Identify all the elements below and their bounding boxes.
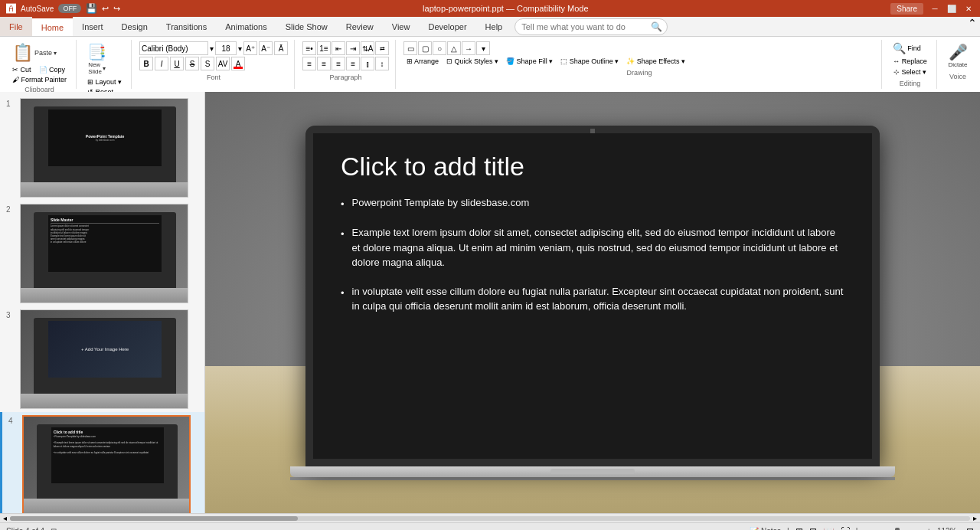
numbering-button[interactable]: 1≡ xyxy=(317,41,331,55)
zoom-in-icon[interactable]: + xyxy=(926,527,931,530)
quick-styles-button[interactable]: ⊡ Quick Styles ▾ xyxy=(443,57,501,66)
voice-label: Voice xyxy=(949,71,966,80)
decrease-indent-button[interactable]: ⇤ xyxy=(332,41,345,55)
tab-file[interactable]: File xyxy=(0,17,32,36)
shape-fill-button[interactable]: 🪣 Shape Fill ▾ xyxy=(503,57,556,66)
font-color-button[interactable]: A xyxy=(231,57,245,70)
laptop-screen-bezel: Click to add title • Powerpoint Template… xyxy=(305,126,880,466)
font-increase-button[interactable]: A⁺ xyxy=(243,41,257,55)
tab-help[interactable]: Help xyxy=(476,17,512,36)
paste-button[interactable]: 📋 Paste ▾ xyxy=(9,41,60,64)
line-spacing-button[interactable]: ↕ xyxy=(375,57,389,70)
new-slide-button[interactable]: 📑 NewSlide ▾ xyxy=(84,41,109,77)
select-button[interactable]: ⊹ Select ▾ xyxy=(890,67,930,77)
slide-panel: 1 PowerPoint Template by slidesbase.com … xyxy=(0,92,205,513)
restore-button[interactable]: ⬜ xyxy=(946,3,957,14)
tab-insert[interactable]: Insert xyxy=(73,17,113,36)
replace-button[interactable]: ↔ Replace xyxy=(890,57,930,66)
font-size-input[interactable] xyxy=(215,41,237,55)
tab-design[interactable]: Design xyxy=(113,17,157,36)
close-button[interactable]: ✕ xyxy=(963,3,974,14)
arrange-button[interactable]: ⊞ Arrange xyxy=(403,57,442,66)
font-decrease-button[interactable]: A⁻ xyxy=(259,41,273,55)
tab-developer[interactable]: Developer xyxy=(419,17,475,36)
ribbon-group-editing: 🔍 Find ↔ Replace ⊹ Select ▾ Editing xyxy=(884,40,937,89)
shape-rect-button[interactable]: ▭ xyxy=(403,41,417,55)
tab-home[interactable]: Home xyxy=(32,17,73,36)
cut-button[interactable]: ✂ Cut xyxy=(9,65,34,74)
notes-button[interactable]: 📝 Notes xyxy=(750,527,781,530)
bold-button[interactable]: B xyxy=(139,57,153,70)
fit-slide-button[interactable]: ⊡ xyxy=(966,526,974,531)
view-normal-button[interactable]: ⊞ xyxy=(795,526,803,531)
scroll-thumb-h[interactable] xyxy=(10,516,298,521)
status-left: Slide 4 of 4 ⊡ xyxy=(6,527,57,530)
tab-slideshow[interactable]: Slide Show xyxy=(276,17,337,36)
save-icon[interactable]: 💾 xyxy=(86,3,97,14)
bullet-2[interactable]: • Example text lorem ipsum dolor sit ame… xyxy=(341,225,844,270)
convert-smartart-button[interactable]: ⇄ xyxy=(375,41,389,55)
tab-view[interactable]: View xyxy=(383,17,420,36)
justify-button[interactable]: ≡ xyxy=(346,57,360,70)
autosave-toggle[interactable]: OFF xyxy=(58,4,81,13)
undo-icon[interactable]: ↩ xyxy=(102,4,109,14)
shape-outline-button[interactable]: ⬚ Shape Outline ▾ xyxy=(557,57,622,66)
shape-triangle-button[interactable]: △ xyxy=(447,41,461,55)
align-center-button[interactable]: ≡ xyxy=(317,57,331,70)
slide-thumb-3[interactable]: 3 + Add Your Image Here xyxy=(0,306,204,412)
font-name-dropdown[interactable]: ▾ xyxy=(210,44,214,53)
align-right-button[interactable]: ≡ xyxy=(332,57,345,70)
text-direction-button[interactable]: ⇅A xyxy=(361,41,374,55)
tab-animations[interactable]: Animations xyxy=(216,17,276,36)
tab-review[interactable]: Review xyxy=(337,17,383,36)
minimize-button[interactable]: ─ xyxy=(929,3,940,14)
view-slide-sorter-button[interactable]: ⊟ xyxy=(809,526,817,531)
slide-thumb-4[interactable]: 4 Click to add title • Powerpoint Templa… xyxy=(0,412,204,513)
bullets-button[interactable]: ≡• xyxy=(302,41,316,55)
scroll-left-icon[interactable]: ◂ xyxy=(3,514,7,522)
tab-transitions[interactable]: Transitions xyxy=(157,17,216,36)
slide-title-area[interactable]: Click to add title xyxy=(341,152,844,182)
format-painter-button[interactable]: 🖌 Format Painter xyxy=(9,75,70,84)
char-spacing-button[interactable]: AV xyxy=(216,57,230,70)
align-left-button[interactable]: ≡ xyxy=(302,57,316,70)
underline-button[interactable]: U xyxy=(170,57,184,70)
scroll-right-icon[interactable]: ▸ xyxy=(973,514,977,522)
ribbon-collapse-icon[interactable]: ⌃ xyxy=(968,17,977,36)
dictate-button[interactable]: 🎤 Dictate xyxy=(946,41,971,70)
view-reading-button[interactable]: 📖 xyxy=(823,526,835,531)
layout-button[interactable]: ⊞ Layout ▾ xyxy=(84,77,125,87)
shape-oval-button[interactable]: ○ xyxy=(433,41,446,55)
shape-roundrect-button[interactable]: ▢ xyxy=(418,41,432,55)
font-name-input[interactable] xyxy=(139,41,208,55)
clear-format-button[interactable]: Ā xyxy=(274,41,288,55)
italic-button[interactable]: I xyxy=(155,57,168,70)
bullet-1[interactable]: • Powerpoint Template by slidesbase.com xyxy=(341,195,844,212)
copy-button[interactable]: 📄 Copy xyxy=(36,65,69,74)
font-size-dropdown[interactable]: ▾ xyxy=(238,44,242,53)
columns-button[interactable]: ⫿ xyxy=(361,57,374,70)
slide-count: Slide 4 of 4 xyxy=(6,527,44,530)
zoom-out-icon[interactable]: − xyxy=(864,527,868,530)
increase-indent-button[interactable]: ⇥ xyxy=(346,41,360,55)
laptop-screen-inner[interactable]: Click to add title • Powerpoint Template… xyxy=(313,133,872,459)
shape-effects-button[interactable]: ✨ Shape Effects ▾ xyxy=(623,57,688,66)
horizontal-scrollbar[interactable]: ◂ ▸ xyxy=(0,513,980,522)
share-button[interactable]: Share xyxy=(890,3,923,15)
bullet-dot-1: • xyxy=(341,197,345,212)
shape-arrow-button[interactable]: → xyxy=(462,41,475,55)
paste-dropdown-icon[interactable]: ▾ xyxy=(54,50,57,57)
redo-icon[interactable]: ↪ xyxy=(113,4,120,14)
shapes-more-button[interactable]: ▾ xyxy=(476,41,490,55)
ribbon-search-area: 🔍 xyxy=(511,17,968,36)
find-button[interactable]: 🔍 Find xyxy=(890,41,930,55)
ribbon-group-voice: 🎤 Dictate Voice xyxy=(939,40,977,89)
search-input[interactable] xyxy=(514,18,668,35)
slide-thumb-2[interactable]: 2 Slide Master Lorem ipsum dolor sit ame… xyxy=(0,201,204,306)
view-presenter-button[interactable]: ⛶ xyxy=(841,526,850,531)
slide-thumb-1[interactable]: 1 PowerPoint Template by slidesbase.com xyxy=(0,95,204,201)
new-slide-dropdown[interactable]: ▾ xyxy=(103,65,106,72)
bullet-3[interactable]: • in voluptate velit esse cillum dolore … xyxy=(341,284,844,314)
shadow-button[interactable]: S xyxy=(201,57,214,70)
strikethrough-button[interactable]: S xyxy=(185,57,199,70)
